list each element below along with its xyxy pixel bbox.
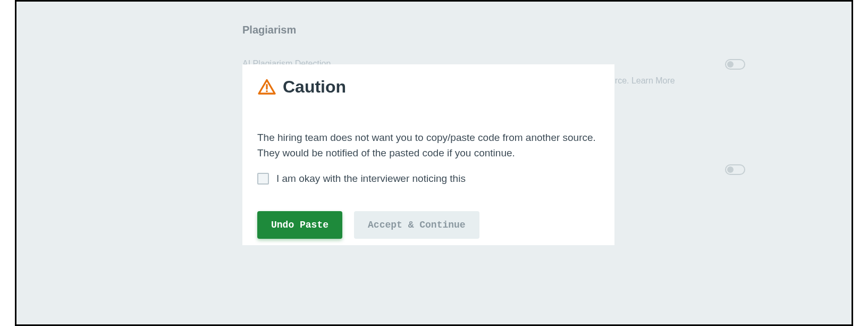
svg-point-1 [266, 90, 268, 92]
caution-modal: Caution The hiring team does not want yo… [242, 64, 614, 245]
consent-checkbox-label: I am okay with the interviewer noticing … [276, 173, 466, 185]
consent-checkbox-row[interactable]: I am okay with the interviewer noticing … [257, 173, 600, 185]
modal-header: Caution [257, 77, 600, 97]
toggle-ai-detection[interactable] [725, 59, 745, 70]
modal-actions: Undo Paste Accept & Continue [257, 211, 600, 239]
modal-title: Caution [283, 77, 346, 97]
accept-continue-button[interactable]: Accept & Continue [354, 211, 479, 239]
modal-body-text: The hiring team does not want you to cop… [257, 130, 600, 161]
toggle-secondary[interactable] [725, 164, 745, 175]
warning-triangle-icon [257, 78, 276, 97]
section-heading-plagiarism: Plagiarism [242, 24, 296, 36]
consent-checkbox[interactable] [257, 173, 269, 185]
undo-paste-button[interactable]: Undo Paste [257, 211, 342, 239]
page-frame: Plagiarism AI Plagiarism Detection sourc… [15, 0, 853, 326]
